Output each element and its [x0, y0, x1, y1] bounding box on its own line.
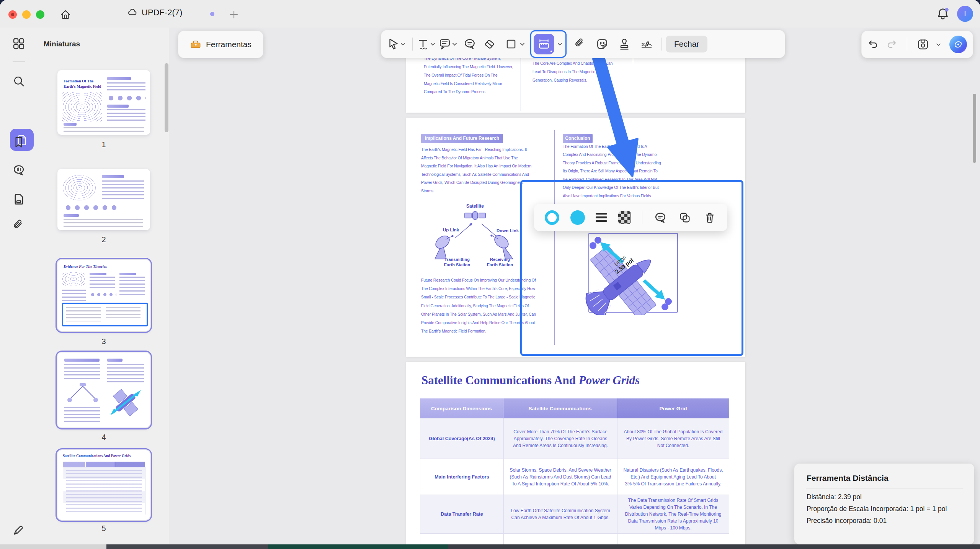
close-window-button[interactable] [8, 10, 17, 19]
thumb4-badge2 [107, 359, 122, 362]
comparison-table: Comparison Dimensions Satellite Communic… [420, 398, 729, 544]
comment-tool[interactable] [438, 33, 451, 55]
chevron-down-icon[interactable] [400, 43, 405, 46]
new-tab-button[interactable] [229, 10, 239, 20]
bookmark-icon[interactable] [12, 135, 26, 149]
attachment-tool[interactable] [573, 33, 586, 55]
thumb1-page-number: 1 [57, 140, 150, 149]
doc-line: Theory Provides A Robust Framework For U… [563, 161, 661, 165]
measure-handle[interactable] [590, 242, 596, 249]
toolbar-divider [412, 38, 413, 51]
thumbnails-scrollbar[interactable] [165, 63, 168, 132]
thumb4-badge [64, 359, 100, 362]
eraser-tool[interactable] [483, 33, 496, 55]
thumb2-badge [102, 175, 124, 178]
doc-line: Power Grids, Which Can Be Disrupted Duri… [421, 180, 523, 185]
thumb2-textlines [102, 180, 144, 199]
thumb1-textlines2 [107, 109, 145, 121]
chevron-down-icon[interactable] [936, 43, 941, 46]
ruler-icon [537, 38, 550, 51]
chevron-down-icon[interactable] [520, 43, 525, 46]
thumb2-page-number: 2 [57, 235, 150, 244]
measure-handle[interactable] [595, 237, 601, 244]
thumb5-title: Satellite Communications And Power Grids [63, 454, 131, 458]
minimize-window-button[interactable] [22, 10, 31, 19]
doc-line: Field Generation. Additionally, Studying… [421, 303, 529, 308]
save-button[interactable] [916, 38, 929, 51]
doc-line: The Earth's Magnetic Field Formation. [421, 329, 486, 333]
doc-line: Provide Comparative Insights And Help Re… [421, 320, 535, 325]
table-cell: Global Coverage(As Of 2024) [420, 418, 503, 459]
undo-button[interactable] [867, 38, 880, 51]
doc-line: Magnetic Field For Navigation. It Also H… [421, 164, 531, 168]
ferramentas-button[interactable]: Ferramentas [178, 31, 263, 58]
thumb1-planet-dots [106, 95, 146, 102]
left-icon-rail [0, 28, 38, 544]
fechar-button[interactable]: Fechar [666, 36, 707, 52]
select-tool[interactable] [387, 33, 400, 55]
page5-heading-main: Satellite Communications And [421, 374, 579, 387]
attachments-page-icon[interactable] [12, 192, 26, 206]
signature-tool[interactable] [640, 33, 653, 55]
zoom-window-button[interactable] [36, 10, 44, 19]
stamp-tool[interactable] [618, 33, 631, 55]
chevron-down-icon[interactable] [557, 43, 562, 46]
stroke-color-button[interactable] [545, 210, 559, 225]
document-tab[interactable]: UPDF-2(7) [126, 7, 182, 18]
table-header-cell: Power Grid [617, 398, 729, 418]
comments-icon[interactable] [12, 163, 26, 177]
canvas-scrollbar[interactable] [973, 94, 976, 163]
paperclip-icon[interactable] [12, 219, 26, 233]
thumbnails-panel-title: Miniaturas [44, 40, 80, 48]
delete-button[interactable] [703, 211, 717, 225]
thumb1-title: Formation Of The Earth's Magnetic Field [64, 79, 102, 89]
page5-heading: Satellite Communications And Power Grids [421, 374, 640, 387]
home-icon[interactable] [59, 8, 72, 21]
fill-color-button[interactable] [570, 210, 585, 225]
thumb4-textlines [64, 364, 100, 379]
comment-button[interactable] [653, 211, 667, 225]
ai-assistant-button[interactable] [949, 36, 967, 53]
distance-panel-title: Ferramenta Distância [807, 474, 962, 483]
thumb3-page-number: 3 [57, 337, 150, 346]
sticker-tool[interactable] [596, 33, 609, 55]
doc-line: Compared To The Dynamo Process. [424, 89, 486, 94]
measure-tool[interactable] [534, 34, 554, 54]
thumbnail-page-5[interactable]: Satellite Communications And Power Grids [57, 450, 150, 520]
thumb3-planet-dots [90, 292, 116, 297]
doc-line: Technological Systems, Such As Satellite… [421, 172, 529, 177]
measure-handle[interactable] [662, 303, 668, 310]
satellite-illustration [570, 234, 675, 315]
notifications-bell-icon[interactable] [936, 7, 950, 21]
svg-text:Transmitting: Transmitting [444, 257, 470, 262]
app-grid-icon[interactable] [12, 37, 26, 51]
doc-line: Magnetic Field Is Considered Relatively … [424, 81, 502, 86]
thumb2-planet-dots [64, 204, 121, 211]
tab-title: UPDF-2(7) [142, 8, 182, 18]
thumbnail-page-2[interactable] [57, 169, 150, 230]
opacity-button[interactable] [618, 211, 631, 224]
duplicate-button[interactable] [678, 211, 692, 225]
thumbnail-page-3[interactable]: Evidence For The Theories [57, 260, 150, 331]
line-style-button[interactable] [596, 213, 607, 222]
chevron-down-icon[interactable] [452, 43, 457, 46]
panel-divider [806, 488, 963, 488]
text-tool[interactable] [416, 33, 430, 55]
annotation-mini-toolbar [534, 204, 727, 231]
thumbnail-page-4[interactable] [57, 352, 150, 428]
strip-dark-segment [106, 544, 268, 549]
toolbox-icon [190, 39, 201, 50]
thumbnail-page-1[interactable]: Formation Of The Earth's Magnetic Field [57, 70, 150, 135]
search-icon[interactable] [12, 74, 26, 88]
sticky-chat-tool[interactable] [463, 33, 476, 55]
pen-tool-icon[interactable] [12, 523, 26, 537]
user-avatar[interactable]: I [957, 6, 973, 22]
table-cell: About 80% Of The Global Population Is Co… [617, 418, 729, 459]
thumb3-diagram [62, 272, 85, 286]
table-cell [420, 534, 503, 544]
chevron-down-icon[interactable] [430, 43, 435, 46]
doc-line: Small - Scale Processes Contribute To Th… [421, 295, 535, 299]
thumb5-page-number: 5 [57, 524, 150, 533]
redo-button[interactable] [885, 38, 897, 51]
shape-tool[interactable] [505, 33, 518, 55]
